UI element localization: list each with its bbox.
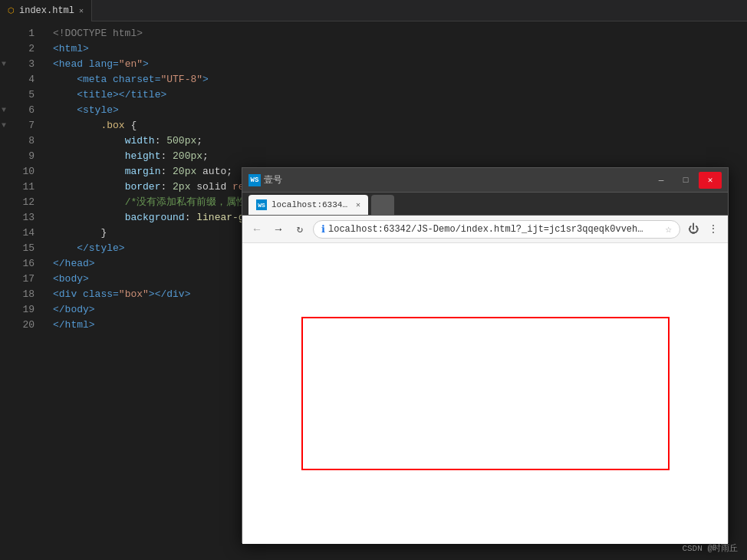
browser-content (242, 243, 728, 544)
line-3: ▼ 3 (0, 57, 35, 72)
browser-tab-row: WS localhost:63342/JS-De… ✕ (242, 193, 728, 216)
line-number-gutter: 1 2 ▼ 3 4 5 ▼ 6 ▼ 7 8 9 10 11 12 13 14 1… (0, 21, 42, 560)
line-1: 1 (0, 26, 35, 41)
info-icon: ℹ (321, 223, 325, 236)
code-line-4: <meta charset="UTF-8"> (53, 72, 747, 87)
tab-close-button[interactable]: ✕ (79, 6, 84, 15)
line-7: ▼ 7 (0, 118, 35, 133)
demo-box (301, 317, 670, 470)
browser-title-controls: — □ ✕ (650, 172, 722, 189)
fold-icon-6: ▼ (2, 103, 6, 118)
browser-window[interactable]: WS 壹号 — □ ✕ WS localhost:63342/JS-De… ✕ … (242, 167, 729, 543)
bookmark-icon[interactable]: ☆ (666, 222, 672, 236)
browser-ws-icon: WS (248, 174, 261, 186)
browser-address-row: ← → ↻ ℹ localhost:63342/JS-Demo/index.ht… (242, 216, 728, 243)
fold-icon-7: ▼ (2, 118, 6, 133)
code-line-2: <html> (53, 41, 747, 57)
browser-address-text: localhost:63342/JS-Demo/index.html?_ijt=… (328, 224, 663, 235)
line-5: 5 (0, 87, 35, 103)
code-line-1: <!DOCTYPE html> (53, 26, 747, 41)
line-17: 17 (0, 272, 35, 287)
browser-title-left: WS 壹号 (248, 173, 282, 186)
browser-tab-label: localhost:63342/JS-De… (271, 200, 348, 209)
browser-tab-inactive[interactable] (371, 195, 394, 215)
line-2: 2 (0, 41, 35, 57)
line-18: 18 (0, 287, 35, 302)
line-19: 19 (0, 302, 35, 318)
code-line-5: <title></title> (53, 87, 747, 103)
browser-tab-active[interactable]: WS localhost:63342/JS-De… ✕ (248, 195, 368, 215)
fold-icon-3: ▼ (2, 57, 6, 72)
line-6: ▼ 6 (0, 103, 35, 118)
tab-label: index.html (19, 5, 74, 16)
line-20: 20 (0, 318, 35, 333)
browser-refresh-button[interactable]: ↻ (291, 221, 308, 238)
browser-window-title: 壹号 (264, 173, 282, 186)
browser-power-button[interactable]: ⏻ (685, 221, 702, 238)
code-line-6: <style> (53, 103, 747, 118)
line-15: 15 (0, 241, 35, 256)
editor-area: 1 2 ▼ 3 4 5 ▼ 6 ▼ 7 8 9 10 11 12 13 14 1… (0, 21, 747, 560)
line-9: 9 (0, 149, 35, 164)
code-line-9: height: 200px; (53, 149, 747, 164)
tab-bar: ⬡ index.html ✕ (0, 0, 747, 21)
editor-tab[interactable]: ⬡ index.html ✕ (0, 0, 92, 21)
browser-maximize-button[interactable]: □ (674, 172, 697, 189)
tab-file-icon: ⬡ (8, 6, 15, 15)
line-8: 8 (0, 133, 35, 149)
browser-close-button[interactable]: ✕ (699, 172, 722, 189)
browser-minimize-button[interactable]: — (650, 172, 673, 189)
line-12: 12 (0, 195, 35, 210)
code-line-7: .box { (53, 118, 747, 133)
code-line-3: <head lang="en"> (53, 57, 747, 72)
line-4: 4 (0, 72, 35, 87)
browser-titlebar: WS 壹号 — □ ✕ (242, 168, 728, 193)
line-11: 11 (0, 180, 35, 195)
browser-address-bar[interactable]: ℹ localhost:63342/JS-Demo/index.html?_ij… (313, 220, 680, 239)
line-16: 16 (0, 256, 35, 272)
line-13: 13 (0, 210, 35, 226)
code-line-8: width: 500px; (53, 133, 747, 149)
browser-tab-icon: WS (256, 199, 267, 210)
line-10: 10 (0, 164, 35, 180)
browser-action-buttons: ⏻ ⋮ (685, 221, 722, 238)
browser-back-button[interactable]: ← (248, 221, 265, 238)
watermark: CSDN @时雨丘 (682, 542, 738, 554)
browser-tab-close[interactable]: ✕ (356, 200, 360, 209)
line-14: 14 (0, 226, 35, 241)
browser-forward-button[interactable]: → (270, 221, 287, 238)
browser-menu-button[interactable]: ⋮ (705, 221, 722, 238)
